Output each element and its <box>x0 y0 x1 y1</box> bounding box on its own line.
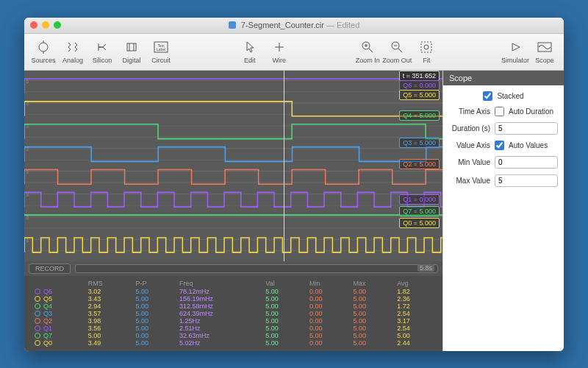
cursor-tag-Q7: Q7 = 5.000 <box>399 206 440 216</box>
digital-icon <box>125 39 138 55</box>
time-axis-label: Time Axis <box>449 107 490 116</box>
min-value-label: Min Value <box>449 158 490 166</box>
cursor-time-label: t = 351.652 <box>399 71 440 81</box>
waveform-plot[interactable]: 33333333 t = 351.652 Q6 = 0.000Q5 = 5.00… <box>24 71 442 261</box>
timeline-scrubber[interactable]: 5.8s <box>75 264 438 273</box>
cursor-tag-Q5: Q5 = 5.000 <box>399 90 440 100</box>
scope-area: 33333333 t = 351.652 Q6 = 0.000Q5 = 5.00… <box>24 71 442 351</box>
svg-rect-18 <box>421 42 431 52</box>
stats-table: RMSP-PFreqValMinMaxAvgQ63.025.0078.12mHz… <box>24 276 442 351</box>
stats-row-Q1[interactable]: Q13.565.002.51Hz5.000.005.002.54 <box>30 325 437 332</box>
timeline-position: 5.8s <box>417 264 434 272</box>
stacked-checkbox[interactable] <box>483 91 492 101</box>
stats-row-Q6[interactable]: Q63.025.0078.12mHz5.000.005.001.82 <box>30 288 437 295</box>
zoom-in-icon <box>361 39 374 55</box>
zoom-in-button[interactable]: Zoom In <box>353 35 382 68</box>
digital-button[interactable]: Digital <box>117 35 146 68</box>
sidebar-title: Scope <box>443 71 564 85</box>
zoom-out-button[interactable]: Zoom Out <box>382 35 412 68</box>
analog-button[interactable]: Analog <box>58 35 87 68</box>
record-bar: RECORD 5.8s <box>24 261 442 276</box>
silicon-icon <box>96 39 109 55</box>
fit-icon <box>420 39 433 55</box>
fit-button[interactable]: Fit <box>412 35 441 68</box>
auto-duration-label: Auto Duration <box>509 107 553 116</box>
stacked-label: Stacked <box>497 92 523 100</box>
svg-line-16 <box>398 49 402 52</box>
max-value-label: Max Value <box>449 177 490 185</box>
scope-sidebar: Scope Stacked Time Axis Auto Duration Du… <box>442 71 564 351</box>
silicon-button[interactable]: Silicon <box>87 35 117 68</box>
stats-row-Q3[interactable]: Q33.575.00624.39mHz5.000.005.002.54 <box>30 310 437 317</box>
titlebar[interactable]: 7-Segment_Counter.cir — Edited <box>24 18 564 34</box>
auto-duration-checkbox[interactable] <box>495 107 504 116</box>
sources-icon <box>37 39 50 55</box>
svg-line-12 <box>369 49 373 52</box>
content: 33333333 t = 351.652 Q6 = 0.000Q5 = 5.00… <box>24 71 564 351</box>
max-value-field[interactable] <box>495 174 558 187</box>
analog-icon <box>66 39 79 55</box>
edited-indicator: — Edited <box>326 21 359 29</box>
document-icon <box>229 21 236 29</box>
min-value-field[interactable] <box>495 156 558 169</box>
time-cursor[interactable] <box>284 71 284 261</box>
toolbar: Sources Analog Silicon Digital TextLabel… <box>24 34 564 71</box>
plus-icon <box>273 39 285 55</box>
document-name: 7-Segment_Counter.cir <box>241 21 324 29</box>
stats-row-Q0[interactable]: Q03.495.005.02Hz5.000.005.002.44 <box>30 339 437 347</box>
duration-field[interactable] <box>495 122 558 135</box>
circuit-button[interactable]: TextLabelCircuit <box>146 35 176 68</box>
wire-button[interactable]: Wire <box>265 35 294 68</box>
cursor-tag-Q1: Q1 = 0.000 <box>399 194 440 205</box>
svg-point-19 <box>424 45 429 49</box>
text-label-icon: TextLabel <box>154 39 168 55</box>
svg-text:Label: Label <box>157 47 165 52</box>
simulator-button[interactable]: Simulator <box>501 35 530 68</box>
auto-values-checkbox[interactable] <box>495 141 504 150</box>
scope-icon <box>537 39 552 55</box>
cursor-tag-Q6: Q6 = 0.000 <box>399 80 440 91</box>
pointer-icon <box>245 39 255 55</box>
cursor-tag-Q4: Q4 = 5.000 <box>399 110 440 121</box>
duration-label: Duration (s) <box>449 124 490 132</box>
stats-row-Q2[interactable]: Q23.985.001.25Hz5.000.005.003.17 <box>30 317 437 325</box>
edit-button[interactable]: Edit <box>235 35 265 68</box>
zoom-out-icon <box>390 39 404 55</box>
cursor-tag-Q2: Q2 = 5.000 <box>399 159 440 169</box>
record-button[interactable]: RECORD <box>29 263 71 274</box>
app-window: 7-Segment_Counter.cir — Edited Sources A… <box>24 18 564 351</box>
scope-button[interactable]: Scope <box>530 35 559 68</box>
sources-button[interactable]: Sources <box>29 35 58 68</box>
svg-point-0 <box>39 43 48 52</box>
play-icon <box>509 39 521 55</box>
stats-row-Q4[interactable]: Q42.945.00312.58mHz5.000.005.001.72 <box>30 302 437 310</box>
window-title: 7-Segment_Counter.cir — Edited <box>24 21 564 29</box>
svg-rect-3 <box>127 43 136 51</box>
auto-values-label: Auto Values <box>509 141 548 149</box>
stats-row-Q7[interactable]: Q75.000.0032.63mHz5.005.005.005.00 <box>30 332 437 339</box>
cursor-tag-Q0: Q0 = 5.000 <box>399 218 440 228</box>
stats-row-Q5[interactable]: Q53.435.00156.19mHz5.000.005.002.36 <box>30 295 437 302</box>
cursor-tag-Q3: Q3 = 5.000 <box>399 138 440 148</box>
value-axis-label: Value Axis <box>449 141 490 149</box>
